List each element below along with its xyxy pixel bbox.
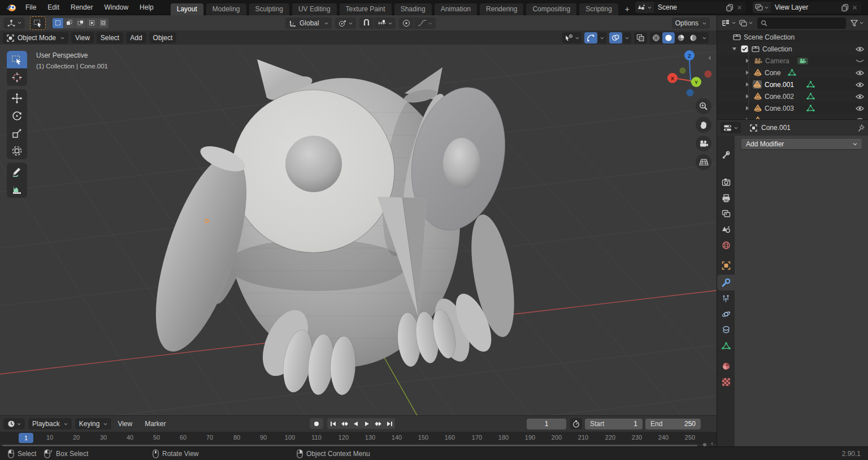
- tool-cursor[interactable]: [7, 68, 27, 86]
- outliner-row-camera[interactable]: Camera: [717, 55, 868, 67]
- region-divider-vertical[interactable]: [717, 15, 717, 446]
- unlink-close-icon[interactable]: [737, 5, 742, 10]
- eye-open-icon[interactable]: [856, 106, 864, 111]
- gizmo-axis-neg-y[interactable]: [680, 68, 686, 74]
- new-copy-icon[interactable]: [841, 4, 849, 11]
- blender-logo-icon[interactable]: [6, 3, 16, 12]
- tool-transform[interactable]: [7, 142, 27, 159]
- outliner-display-mode-button[interactable]: [737, 18, 754, 29]
- tab-object[interactable]: [717, 258, 735, 274]
- frame-end-field[interactable]: End 250: [645, 419, 701, 429]
- menu-window[interactable]: Window: [98, 3, 134, 11]
- editor-type-button[interactable]: [3, 18, 25, 29]
- camera-view-button[interactable]: [696, 136, 711, 151]
- options-dropdown[interactable]: Options: [672, 18, 710, 29]
- toggle-xray[interactable]: [634, 32, 647, 44]
- tool-annotate[interactable]: [7, 163, 27, 180]
- select-mode-invert[interactable]: [86, 18, 97, 28]
- pin-icon[interactable]: [857, 124, 865, 132]
- timeline-collapse-arrow[interactable]: ‹: [711, 440, 713, 446]
- region-divider-horizontal[interactable]: [717, 119, 868, 120]
- shading-dropdown[interactable]: [700, 32, 709, 44]
- add-workspace-button[interactable]: +: [621, 3, 633, 15]
- menu-select[interactable]: Select: [97, 32, 123, 44]
- tool-measure[interactable]: [7, 180, 27, 198]
- outliner-row-cone-001[interactable]: Cone.001: [717, 79, 868, 90]
- toggle-perspective-button[interactable]: [696, 154, 711, 170]
- gizmo-axis-neg-x[interactable]: [705, 71, 712, 78]
- tab-modifiers[interactable]: [717, 275, 735, 290]
- outliner-editor-type-button[interactable]: [720, 18, 737, 29]
- active-camera-badge[interactable]: [797, 58, 808, 64]
- show-overlays-toggle[interactable]: [609, 32, 622, 44]
- tab-texture-paint[interactable]: Texture Paint: [340, 3, 392, 15]
- frame-start-field[interactable]: Start 1: [585, 419, 643, 429]
- tab-particles[interactable]: [717, 290, 735, 306]
- proportional-editing-toggle[interactable]: [399, 18, 414, 29]
- menu-render[interactable]: Render: [65, 3, 98, 11]
- tool-select-box[interactable]: [7, 51, 27, 68]
- show-gizmo-toggle[interactable]: [584, 32, 597, 44]
- tab-rendering[interactable]: Rendering: [480, 3, 523, 15]
- outliner-row-cone-003[interactable]: Cone.003: [717, 102, 868, 114]
- tab-physics[interactable]: [717, 306, 735, 322]
- tab-object-data[interactable]: [717, 338, 735, 354]
- select-mode-subtract[interactable]: [75, 18, 86, 28]
- tab-tool[interactable]: [717, 147, 735, 163]
- keying-menu[interactable]: Keying: [75, 418, 112, 429]
- current-frame-field[interactable]: 1: [527, 419, 566, 429]
- shading-solid-button[interactable]: [662, 32, 675, 44]
- gizmo-axis-neg-z[interactable]: [687, 89, 694, 97]
- tab-scene[interactable]: [717, 222, 735, 237]
- active-tool-box-select[interactable]: [30, 16, 46, 30]
- eye-open-icon[interactable]: [856, 46, 864, 52]
- tab-layout[interactable]: Layout: [171, 3, 203, 15]
- outliner-row-collection[interactable]: Collection: [717, 43, 868, 55]
- play-button[interactable]: [361, 418, 372, 429]
- disclosure-open-icon[interactable]: [732, 47, 737, 51]
- transform-orientation-dropdown[interactable]: Global: [285, 18, 332, 29]
- menu-help[interactable]: Help: [134, 3, 159, 11]
- tool-move[interactable]: [7, 89, 27, 107]
- tab-texture[interactable]: [717, 374, 735, 390]
- current-frame-marker[interactable]: 1: [19, 433, 33, 443]
- menu-object[interactable]: Object: [149, 32, 177, 44]
- next-keyframe-button[interactable]: [372, 418, 384, 429]
- snap-toggle[interactable]: [359, 18, 374, 29]
- add-modifier-dropdown[interactable]: Add Modifier: [741, 139, 862, 149]
- remove-close-icon[interactable]: [852, 5, 857, 10]
- prev-keyframe-button[interactable]: [338, 418, 350, 429]
- shading-wireframe-button[interactable]: [650, 32, 662, 44]
- pan-button[interactable]: [696, 117, 711, 133]
- select-mode-set[interactable]: [53, 18, 63, 28]
- eye-open-icon[interactable]: [856, 82, 864, 88]
- timeline-view-menu[interactable]: View: [111, 420, 138, 428]
- shading-material-button[interactable]: [675, 32, 687, 44]
- eye-open-icon[interactable]: [856, 70, 864, 76]
- tab-shading[interactable]: Shading: [394, 3, 432, 15]
- sidebar-collapse-arrow[interactable]: ‹: [709, 53, 711, 62]
- menu-view[interactable]: View: [71, 32, 94, 44]
- properties-editor-type-button[interactable]: [721, 122, 741, 133]
- jump-to-start-button[interactable]: [327, 418, 338, 429]
- tool-scale[interactable]: [7, 124, 27, 142]
- view-layer-name-field[interactable]: View Layer: [771, 2, 861, 13]
- menu-file[interactable]: File: [20, 3, 42, 11]
- tab-scripting[interactable]: Scripting: [579, 3, 618, 15]
- new-copy-icon[interactable]: [726, 4, 734, 11]
- select-mode-extend[interactable]: [64, 18, 75, 28]
- outliner-row-cone[interactable]: Cone: [717, 67, 868, 79]
- checkbox-checked-icon[interactable]: [741, 45, 748, 53]
- outliner-row-cone-002[interactable]: Cone.002: [717, 90, 868, 102]
- tab-render[interactable]: [717, 174, 735, 190]
- navigation-gizmo[interactable]: Z X Y: [665, 50, 712, 97]
- gizmo-settings-dropdown[interactable]: [598, 32, 606, 44]
- tab-material[interactable]: [717, 358, 735, 374]
- auto-keying-toggle[interactable]: [570, 418, 582, 429]
- overlays-settings-dropdown[interactable]: [623, 32, 631, 44]
- record-button[interactable]: [310, 418, 323, 429]
- shading-rendered-button[interactable]: [687, 32, 700, 44]
- eye-closed-icon[interactable]: [856, 58, 864, 64]
- tab-sculpting[interactable]: Sculpting: [249, 3, 289, 15]
- play-reverse-button[interactable]: [350, 418, 361, 429]
